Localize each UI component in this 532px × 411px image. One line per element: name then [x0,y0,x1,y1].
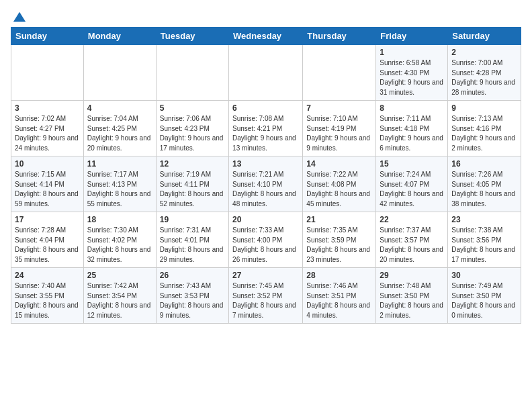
day-info: Sunrise: 7:21 AM Sunset: 4:10 PM Dayligh… [232,170,299,209]
calendar-cell: 23Sunrise: 7:38 AM Sunset: 3:56 PM Dayli… [448,212,521,268]
day-info: Sunrise: 7:08 AM Sunset: 4:21 PM Dayligh… [232,114,299,153]
day-info: Sunrise: 7:38 AM Sunset: 3:56 PM Dayligh… [451,226,517,265]
day-info: Sunrise: 7:31 AM Sunset: 4:01 PM Dayligh… [160,226,225,265]
day-number: 19 [160,215,225,224]
day-info: Sunrise: 7:35 AM Sunset: 3:59 PM Dayligh… [306,226,372,265]
day-number: 13 [232,159,299,169]
calendar-cell: 29Sunrise: 7:48 AM Sunset: 3:50 PM Dayli… [376,268,448,324]
day-number: 4 [87,103,152,113]
day-info: Sunrise: 7:33 AM Sunset: 4:00 PM Dayligh… [232,226,299,265]
logo [11,11,27,21]
calendar-cell: 26Sunrise: 7:43 AM Sunset: 3:53 PM Dayli… [156,268,228,324]
day-number: 28 [306,271,372,280]
col-header-wednesday: Wednesday [229,28,303,45]
calendar-cell: 24Sunrise: 7:40 AM Sunset: 3:55 PM Dayli… [11,268,84,324]
calendar-cell: 16Sunrise: 7:26 AM Sunset: 4:05 PM Dayli… [448,156,521,212]
calendar-cell: 4Sunrise: 7:04 AM Sunset: 4:25 PM Daylig… [83,101,156,156]
calendar-cell: 30Sunrise: 7:49 AM Sunset: 3:50 PM Dayli… [448,268,521,324]
col-header-tuesday: Tuesday [156,28,228,45]
day-info: Sunrise: 7:04 AM Sunset: 4:25 PM Dayligh… [87,114,152,153]
day-number: 21 [306,215,372,224]
calendar-cell: 7Sunrise: 7:10 AM Sunset: 4:19 PM Daylig… [303,101,376,156]
day-number: 15 [380,159,444,169]
calendar-cell: 11Sunrise: 7:17 AM Sunset: 4:13 PM Dayli… [83,156,156,212]
day-info: Sunrise: 7:49 AM Sunset: 3:50 PM Dayligh… [451,281,517,320]
day-info: Sunrise: 7:17 AM Sunset: 4:13 PM Dayligh… [87,170,152,209]
col-header-thursday: Thursday [303,28,376,45]
calendar-cell: 19Sunrise: 7:31 AM Sunset: 4:01 PM Dayli… [156,212,228,268]
calendar-cell: 13Sunrise: 7:21 AM Sunset: 4:10 PM Dayli… [229,156,303,212]
day-number: 5 [160,103,225,113]
day-number: 7 [306,103,372,113]
calendar-cell [156,45,228,101]
calendar-cell: 12Sunrise: 7:19 AM Sunset: 4:11 PM Dayli… [156,156,228,212]
calendar-cell: 20Sunrise: 7:33 AM Sunset: 4:00 PM Dayli… [229,212,303,268]
day-number: 14 [306,159,372,169]
day-info: Sunrise: 7:28 AM Sunset: 4:04 PM Dayligh… [15,226,80,265]
day-info: Sunrise: 7:10 AM Sunset: 4:19 PM Dayligh… [306,114,372,153]
calendar-cell: 17Sunrise: 7:28 AM Sunset: 4:04 PM Dayli… [11,212,84,268]
calendar-cell: 21Sunrise: 7:35 AM Sunset: 3:59 PM Dayli… [303,212,376,268]
day-info: Sunrise: 7:40 AM Sunset: 3:55 PM Dayligh… [15,281,80,320]
day-number: 27 [232,271,299,280]
day-info: Sunrise: 6:58 AM Sunset: 4:30 PM Dayligh… [380,58,444,97]
day-info: Sunrise: 7:19 AM Sunset: 4:11 PM Dayligh… [160,170,225,209]
calendar-cell: 5Sunrise: 7:06 AM Sunset: 4:23 PM Daylig… [156,101,228,156]
day-number: 20 [232,215,299,224]
calendar-cell: 14Sunrise: 7:22 AM Sunset: 4:08 PM Dayli… [303,156,376,212]
day-info: Sunrise: 7:11 AM Sunset: 4:18 PM Dayligh… [380,114,444,153]
day-info: Sunrise: 7:02 AM Sunset: 4:27 PM Dayligh… [15,114,80,153]
calendar-cell: 10Sunrise: 7:15 AM Sunset: 4:14 PM Dayli… [11,156,84,212]
calendar-cell [11,45,84,101]
day-number: 12 [160,159,225,169]
svg-marker-0 [13,12,26,22]
day-info: Sunrise: 7:30 AM Sunset: 4:02 PM Dayligh… [87,226,152,265]
day-number: 24 [15,271,80,280]
calendar-cell [83,45,156,101]
day-number: 11 [87,159,152,169]
day-number: 25 [87,271,152,280]
day-number: 30 [451,271,517,280]
calendar-cell: 28Sunrise: 7:46 AM Sunset: 3:51 PM Dayli… [303,268,376,324]
calendar-cell: 2Sunrise: 7:00 AM Sunset: 4:28 PM Daylig… [448,45,521,101]
calendar-cell: 25Sunrise: 7:42 AM Sunset: 3:54 PM Dayli… [83,268,156,324]
col-header-monday: Monday [83,28,156,45]
col-header-sunday: Sunday [11,28,84,45]
day-info: Sunrise: 7:06 AM Sunset: 4:23 PM Dayligh… [160,114,225,153]
day-info: Sunrise: 7:22 AM Sunset: 4:08 PM Dayligh… [306,170,372,209]
day-number: 10 [15,159,80,169]
calendar-cell: 18Sunrise: 7:30 AM Sunset: 4:02 PM Dayli… [83,212,156,268]
day-number: 8 [380,103,444,113]
day-number: 29 [380,271,444,280]
day-info: Sunrise: 7:43 AM Sunset: 3:53 PM Dayligh… [160,281,225,320]
day-number: 6 [232,103,299,113]
calendar-cell: 22Sunrise: 7:37 AM Sunset: 3:57 PM Dayli… [376,212,448,268]
logo-icon [12,11,27,26]
col-header-saturday: Saturday [448,28,521,45]
day-number: 18 [87,215,152,224]
day-info: Sunrise: 7:46 AM Sunset: 3:51 PM Dayligh… [306,281,372,320]
day-info: Sunrise: 7:26 AM Sunset: 4:05 PM Dayligh… [451,170,517,209]
day-info: Sunrise: 7:15 AM Sunset: 4:14 PM Dayligh… [15,170,80,209]
calendar-cell: 27Sunrise: 7:45 AM Sunset: 3:52 PM Dayli… [229,268,303,324]
day-number: 17 [15,215,80,224]
day-info: Sunrise: 7:13 AM Sunset: 4:16 PM Dayligh… [451,114,517,153]
day-info: Sunrise: 7:37 AM Sunset: 3:57 PM Dayligh… [380,226,444,265]
day-number: 22 [380,215,444,224]
col-header-friday: Friday [376,28,448,45]
day-info: Sunrise: 7:00 AM Sunset: 4:28 PM Dayligh… [451,58,517,97]
day-info: Sunrise: 7:45 AM Sunset: 3:52 PM Dayligh… [232,281,299,320]
calendar-cell: 9Sunrise: 7:13 AM Sunset: 4:16 PM Daylig… [448,101,521,156]
day-number: 23 [451,215,517,224]
day-number: 1 [380,48,444,57]
calendar-cell: 6Sunrise: 7:08 AM Sunset: 4:21 PM Daylig… [229,101,303,156]
calendar-cell: 15Sunrise: 7:24 AM Sunset: 4:07 PM Dayli… [376,156,448,212]
day-info: Sunrise: 7:48 AM Sunset: 3:50 PM Dayligh… [380,281,444,320]
day-number: 9 [451,103,517,113]
calendar-cell [303,45,376,101]
day-number: 3 [15,103,80,113]
calendar-cell: 3Sunrise: 7:02 AM Sunset: 4:27 PM Daylig… [11,101,84,156]
calendar-cell: 8Sunrise: 7:11 AM Sunset: 4:18 PM Daylig… [376,101,448,156]
page-header [11,11,521,21]
day-number: 16 [451,159,517,169]
